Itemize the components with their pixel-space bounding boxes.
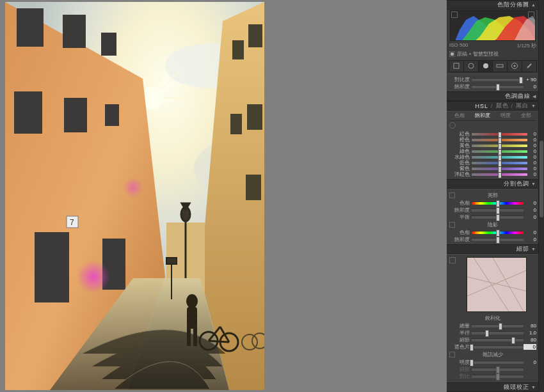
slider-track[interactable] — [472, 208, 524, 212]
checkbox-icon[interactable] — [449, 51, 455, 57]
hsl-subtab-0[interactable]: 色相 — [454, 112, 465, 119]
slider-thumb[interactable] — [496, 373, 500, 380]
slider-track[interactable] — [472, 375, 524, 378]
slider-thumb[interactable] — [496, 200, 500, 207]
photo-preview[interactable]: 7 — [5, 2, 264, 390]
slider-thumb[interactable] — [496, 366, 500, 373]
hsl-tab-color[interactable]: 顏色 — [496, 102, 509, 110]
slider-thumb[interactable] — [519, 77, 523, 84]
hsl-value[interactable]: 0 — [527, 171, 536, 177]
sharpening-subheader: 銳利化 — [449, 315, 536, 322]
color-swatch[interactable] — [449, 222, 455, 228]
slider-value[interactable]: 80 — [524, 337, 536, 343]
svg-rect-15 — [17, 8, 44, 47]
hsl-value[interactable]: 0 — [527, 166, 536, 171]
color-swatch[interactable] — [449, 192, 455, 198]
hsl-track[interactable] — [472, 168, 527, 170]
slider-value[interactable]: 0 — [524, 214, 536, 220]
detail-toggle-icon[interactable] — [449, 257, 456, 263]
slider-track[interactable] — [472, 324, 524, 327]
slider-thumb[interactable] — [496, 230, 500, 237]
hsl-track[interactable] — [472, 139, 527, 141]
slider-value[interactable]: 0 — [524, 200, 536, 206]
histogram[interactable] — [450, 10, 536, 41]
svg-rect-20 — [105, 104, 119, 126]
slider-value[interactable]: + 90 — [524, 77, 536, 82]
lens-corr-header[interactable]: 鏡頭校正▼ — [447, 382, 539, 392]
smart-preview-row[interactable]: 原稿 + 智慧型預視 — [447, 49, 539, 59]
hsl-value[interactable]: 0 — [527, 131, 536, 137]
tone-curve-header[interactable]: 色調曲線◀ — [447, 91, 539, 101]
tool-redeye[interactable] — [479, 61, 493, 72]
slider-track[interactable] — [472, 338, 524, 341]
slider-track[interactable] — [472, 201, 524, 205]
svg-rect-27 — [246, 175, 261, 200]
tool-grad[interactable] — [493, 61, 508, 72]
panel-scrollbar[interactable] — [538, 0, 544, 392]
slider-track[interactable] — [472, 231, 524, 234]
slider-track[interactable] — [472, 345, 524, 349]
slider-thumb[interactable] — [496, 214, 500, 221]
hsl-track[interactable] — [472, 173, 527, 176]
slider-value[interactable]: 0 — [524, 237, 536, 242]
hsl-value[interactable]: 0 — [527, 154, 536, 160]
tool-spot[interactable] — [464, 61, 479, 72]
slider-track[interactable] — [472, 331, 524, 334]
tool-brush[interactable] — [522, 61, 536, 72]
slider-thumb[interactable] — [496, 237, 500, 244]
hsl-subtab-2[interactable]: 明度 — [500, 112, 511, 119]
slider-thumb[interactable] — [511, 337, 515, 344]
hsl-value[interactable]: 0 — [527, 160, 536, 166]
slider-track[interactable] — [472, 85, 524, 88]
slider-thumb[interactable] — [499, 323, 502, 330]
detail-header[interactable]: 細節▼ — [447, 244, 539, 254]
tool-radial[interactable] — [508, 61, 522, 72]
hsl-thumb[interactable] — [498, 172, 502, 178]
hsl-track[interactable] — [472, 133, 527, 136]
slider-thumb[interactable] — [496, 84, 500, 91]
hsl-subtab-1[interactable]: 飽和度 — [475, 112, 490, 119]
slider-value[interactable]: 1.0 — [524, 330, 536, 336]
hsl-value[interactable]: 0 — [527, 137, 536, 143]
slider-track[interactable] — [472, 361, 524, 364]
nr-toggle-icon[interactable] — [449, 352, 455, 357]
slider-track[interactable] — [472, 368, 524, 371]
hsl-header[interactable]: HSL / 顏色 / 黑白 ▼ — [447, 101, 539, 111]
slider-細節: 細節 — [449, 366, 536, 372]
slider-value[interactable]: 0 — [524, 207, 536, 213]
slider-thumb[interactable] — [496, 207, 500, 214]
scrollbar-thumb[interactable] — [540, 141, 543, 217]
hsl-value[interactable]: 0 — [527, 148, 536, 154]
histogram-header[interactable]: 色階分佈圖▲ — [447, 0, 539, 10]
hsl-track[interactable] — [472, 150, 527, 153]
svg-point-47 — [77, 260, 110, 294]
slider-value[interactable]: 0 — [524, 344, 536, 350]
detail-preview[interactable] — [467, 257, 527, 312]
hsl-track[interactable] — [472, 145, 527, 147]
slider-track[interactable] — [472, 78, 524, 81]
slider-track[interactable] — [472, 216, 524, 219]
tool-crop[interactable] — [449, 61, 464, 72]
slider-value[interactable]: 80 — [524, 323, 536, 329]
target-adjust-icon[interactable] — [449, 122, 456, 129]
split-tone-header[interactable]: 分割色調▼ — [447, 179, 539, 189]
hsl-track[interactable] — [472, 156, 527, 159]
slider-thumb[interactable] — [485, 330, 489, 337]
slider-label: 飽和度 — [449, 236, 472, 243]
slider-thumb[interactable] — [470, 344, 474, 351]
slider-value[interactable]: 0 — [524, 84, 536, 90]
hsl-value[interactable]: 0 — [527, 143, 536, 148]
smart-preview-label: 原稿 + 智慧型預視 — [457, 51, 499, 58]
canvas-area[interactable]: 7 — [0, 0, 447, 392]
hsl-track[interactable] — [472, 162, 527, 164]
hsl-subtab-3[interactable]: 全部 — [521, 112, 531, 119]
clip-highlights-icon[interactable] — [528, 12, 534, 18]
split-tone-title: 分割色調 — [504, 180, 529, 188]
clip-shadows-icon[interactable] — [451, 12, 458, 18]
hsl-tab-bw[interactable]: 黑白 — [516, 102, 529, 110]
slider-thumb[interactable] — [470, 359, 474, 366]
slider-value[interactable]: 0 — [524, 359, 536, 365]
slider-value[interactable]: 0 — [524, 230, 536, 235]
hsl-tab-hsl[interactable]: HSL — [476, 103, 489, 109]
slider-track[interactable] — [472, 238, 524, 241]
